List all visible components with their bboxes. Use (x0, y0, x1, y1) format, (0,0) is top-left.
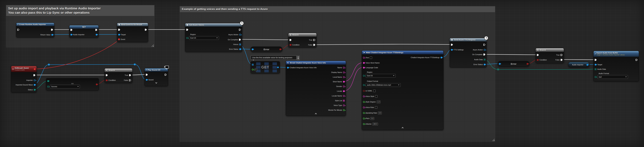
local-name-pin[interactable] (343, 76, 345, 78)
voice-style-input-box[interactable] (375, 95, 378, 98)
node-set-audio-importer[interactable]: SET Audio Importer (69, 25, 99, 38)
pitch-value[interactable]: 0.0 (370, 117, 374, 120)
exec-out-pin[interactable] (34, 74, 36, 76)
false-pin[interactable] (129, 79, 131, 81)
index-pin[interactable] (252, 69, 254, 70)
blueprint-graph-canvas[interactable]: { "comment1": { "line1": "Set up audio i… (0, 0, 644, 147)
target-pin[interactable] (118, 34, 120, 36)
exec-in-pin[interactable] (70, 29, 72, 31)
voice-style-pin[interactable] (363, 95, 365, 97)
collapse-pins-chevron[interactable] (402, 127, 404, 128)
node-create-runtime-audio-importer[interactable]: f Create Runtime Audio Importer Return V… (16, 23, 54, 37)
error-in-pin[interactable] (499, 63, 500, 65)
expand-pins-chevron[interactable] (155, 82, 157, 84)
voice-short-name-pin[interactable] (363, 62, 365, 64)
exec-out-pin[interactable] (636, 59, 638, 61)
voice-info-in-pin[interactable] (287, 67, 289, 69)
enum-dropdown[interactable]: Success (50, 85, 80, 88)
node-play-sound-2d[interactable]: f Play Sound 2D Sound (144, 68, 168, 86)
audio-format-dropdown[interactable]: mp3 (597, 75, 628, 79)
output-format-dropdown[interactable]: audio-16khz-32kbitrate-mono-mp3 (366, 83, 401, 87)
audio-data-array-pin[interactable] (484, 59, 486, 60)
audio-importer-in-pin[interactable] (70, 34, 72, 36)
condition-pin[interactable] (537, 59, 538, 61)
exec-in-pin[interactable] (595, 59, 597, 61)
exec-in-pin[interactable] (451, 44, 453, 46)
text-pin[interactable] (363, 57, 365, 59)
exec-in-pin[interactable] (17, 29, 20, 31)
node-send-azure-tts-request[interactable]: Send Azure TTS Request TTS Settings Asyn… (450, 38, 487, 67)
return-value-pin[interactable] (52, 34, 53, 36)
error-out-pin[interactable] (526, 63, 528, 65)
error-status-pin[interactable] (484, 64, 486, 65)
node-array-get[interactable]: GET 0 (250, 61, 280, 73)
tts-settings-pin[interactable] (451, 49, 453, 51)
node-error-macro-2[interactable]: Error (498, 61, 530, 67)
condition-pin[interactable] (290, 44, 291, 46)
short-name-pin[interactable] (343, 81, 345, 83)
exec-out-pin[interactable] (95, 29, 98, 31)
node-onresult-custom-event[interactable]: OnResult_Event Custom Event Importer Imp… (11, 66, 37, 92)
exec-in-pin[interactable] (290, 39, 292, 41)
node-branch-voices[interactable]: Branch True Condition False (288, 33, 317, 48)
locale-name-pin[interactable] (343, 95, 345, 97)
importer-pin[interactable] (34, 79, 36, 81)
speaking-rate-pin[interactable] (363, 112, 365, 114)
index-value[interactable]: 0 (254, 68, 257, 71)
equals-input-a-pin[interactable] (47, 80, 49, 82)
equals-result-pin[interactable] (96, 84, 98, 85)
voice-type-pin[interactable] (343, 104, 345, 106)
array-in-pin[interactable] (252, 64, 254, 66)
node-import-audio-from-buffer[interactable]: f Import Audio from Buffer Target is Run… (594, 51, 639, 81)
volume-value[interactable]: 100.0 (372, 123, 378, 125)
voice-role-pin[interactable] (363, 107, 365, 108)
exec-in-pin[interactable] (118, 29, 120, 31)
exec-in-pin[interactable] (106, 74, 108, 76)
node-equals-enum[interactable]: == Success (46, 78, 99, 90)
region-dropdown[interactable]: East US (189, 36, 219, 40)
locale-pin[interactable] (343, 90, 345, 92)
reroute-node[interactable] (134, 64, 136, 65)
words-per-minute-pin[interactable] (343, 109, 345, 111)
exec-in-pin[interactable] (537, 54, 539, 56)
async-action-pin[interactable] (484, 49, 486, 51)
equals-input-b-pin[interactable] (47, 86, 49, 87)
async-action-pin[interactable] (239, 34, 241, 36)
true-pin[interactable] (560, 54, 563, 56)
error-out-pin[interactable] (280, 49, 281, 50)
name-pin[interactable] (343, 67, 345, 69)
event-delegate-pin[interactable] (118, 39, 120, 40)
audio-data-array-pin[interactable] (595, 68, 596, 70)
node-make-azure-ttssettings[interactable]: Make Chatbot Integrator Azure TTSSetting… (362, 51, 444, 130)
language-code-pin[interactable] (363, 67, 365, 69)
delegate-out-pin[interactable] (34, 68, 36, 70)
exec-out-pin[interactable] (239, 29, 241, 31)
exec-in-pin[interactable] (186, 29, 188, 31)
reroute-node[interactable] (48, 64, 50, 65)
node-error-macro-1[interactable]: Error (250, 47, 282, 52)
is-ssml-pin[interactable] (363, 90, 365, 92)
false-pin[interactable] (560, 59, 563, 61)
target-pin[interactable] (595, 64, 596, 66)
exec-out-pin[interactable] (51, 29, 53, 31)
exec-out-pin[interactable] (145, 29, 147, 31)
exec-out-pin[interactable] (165, 74, 167, 76)
true-pin[interactable] (313, 39, 316, 41)
true-pin[interactable] (129, 74, 131, 76)
element-out-pin[interactable] (277, 66, 279, 68)
region-dropdown[interactable]: East US (366, 74, 396, 78)
false-pin[interactable] (313, 44, 316, 46)
node-break-azure-voice-info[interactable]: Break Chatbot Integrator Azure Voice Inf… (286, 61, 346, 116)
output-format-pin[interactable] (363, 84, 365, 86)
voice-role-input-box[interactable] (375, 106, 377, 109)
node-get-azure-voices[interactable]: Get Azure Voices Region Async Action Eas… (185, 23, 242, 52)
node-get-audio-importer-variable[interactable]: Audio Importer (568, 62, 590, 67)
node-bind-event-to-on-result[interactable]: Bind Event to On Result Target Event (117, 23, 148, 42)
style-degree-pin[interactable] (363, 101, 365, 103)
status-pin[interactable] (34, 89, 36, 91)
text-input-box[interactable] (370, 57, 372, 59)
voices-array-pin[interactable] (239, 44, 241, 45)
exec-in-pin[interactable] (146, 74, 148, 76)
display-name-pin[interactable] (343, 72, 345, 73)
error-in-pin[interactable] (252, 49, 254, 50)
